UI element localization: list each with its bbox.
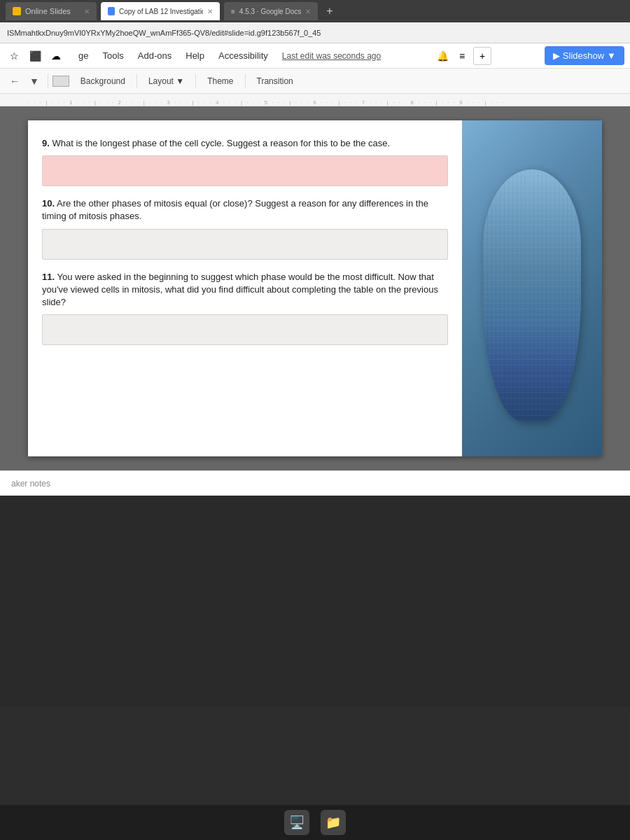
menu-bar: ☆ ⬛ ☁ ge Tools Add-ons Help Accessibilit… <box>0 43 630 69</box>
add-icon[interactable]: + <box>473 47 491 65</box>
browser-chrome: Online Slides ✕ Copy of LAB 12 Investiga… <box>0 0 630 22</box>
toolbar-separator-2 <box>136 74 137 88</box>
comments-icon[interactable]: ≡ <box>454 48 470 64</box>
question-10-text: 10. Are the other phases of mitosis equa… <box>42 197 448 223</box>
down-arrow[interactable]: ▼ <box>25 74 43 88</box>
tab-slides-icon <box>13 7 21 15</box>
background-button[interactable]: Background <box>74 74 132 89</box>
tab-docs-label: 4.5.3 · Google Docs <box>239 8 301 15</box>
toolbar-separator-1 <box>48 74 48 88</box>
cloud-icon[interactable]: ☁ <box>48 48 64 64</box>
menu-item-tools[interactable]: Tools <box>97 48 129 64</box>
theme-button[interactable]: Theme <box>200 74 240 89</box>
folder-icon: 📁 <box>326 815 341 830</box>
tab-lab-label: Copy of LAB 12 Investigation: Mi <box>119 8 203 15</box>
question-11: 11. You were asked in the beginning to s… <box>42 271 448 346</box>
toolbar: ← ▼ Background Layout ▼ Theme Transition <box>0 69 630 94</box>
answer-box-11[interactable] <box>42 314 448 345</box>
slideshow-label: Slideshow <box>563 50 604 61</box>
layout-arrow-icon: ▼ <box>176 76 184 86</box>
speaker-notes-label: aker notes <box>11 479 50 489</box>
tab-lab-icon <box>108 7 115 15</box>
taskbar: 🖥️ 📁 <box>0 805 630 840</box>
ruler-content: · · · | · · · 1 · · · | · · · 2 · · · | … <box>21 99 505 106</box>
tab-lab-close[interactable]: ✕ <box>207 8 213 15</box>
slideshow-play-icon: ▶ <box>553 50 560 61</box>
menu-item-ge[interactable]: ge <box>73 48 94 64</box>
tab-slides-close[interactable]: ✕ <box>84 8 90 15</box>
layout-label: Layout <box>148 76 174 86</box>
slideshow-button[interactable]: ▶ Slideshow ▼ <box>545 46 624 65</box>
speaker-notes[interactable]: aker notes <box>0 470 630 496</box>
toolbar-separator-4 <box>245 74 246 88</box>
menu-item-help[interactable]: Help <box>180 48 210 64</box>
taskbar-icon-1[interactable]: 🖥️ <box>284 810 309 835</box>
address-text: ISMmahtkxDnuy9mVI0YRxYMy2hoeQW_wnAmFf365… <box>7 29 321 37</box>
tab-docs[interactable]: ≡ 4.5.3 · Google Docs ✕ <box>224 2 318 20</box>
new-tab-button[interactable]: + <box>322 5 337 18</box>
taskbar-icon-2[interactable]: 📁 <box>321 810 346 835</box>
slideshow-arrow-icon: ▼ <box>607 50 616 61</box>
question-9: 9. What is the longest phase of the cell… <box>42 137 448 186</box>
slide-canvas: 9. What is the longest phase of the cell… <box>28 120 602 456</box>
slide-thumbnail <box>52 76 69 87</box>
cell-shape <box>483 169 581 421</box>
notification-icon[interactable]: 🔔 <box>434 48 451 64</box>
tab-slides-label: Online Slides <box>25 7 71 15</box>
cell-image <box>462 120 602 456</box>
ruler-marks: · · · | · · · 1 · · · | · · · 2 · · · | … <box>21 94 630 106</box>
star-icon[interactable]: ☆ <box>6 48 22 64</box>
slide-left: 9. What is the longest phase of the cell… <box>28 120 462 456</box>
slide-right <box>462 120 602 456</box>
tab-docs-icon: ≡ <box>231 8 235 15</box>
question-10: 10. Are the other phases of mitosis equa… <box>42 197 448 259</box>
last-edit-text: Last edit was seconds ago <box>282 51 381 61</box>
tab-lab[interactable]: Copy of LAB 12 Investigation: Mi ✕ <box>101 2 220 20</box>
toolbar-separator-3 <box>195 74 196 88</box>
ruler: · · · | · · · 1 · · · | · · · 2 · · · | … <box>0 94 630 106</box>
layout-button[interactable]: Layout ▼ <box>141 74 191 89</box>
address-bar: ISMmahtkxDnuy9mVI0YRxYMy2hoeQW_wnAmFf365… <box>0 22 630 43</box>
menu-item-accessibility[interactable]: Accessibility <box>213 48 274 64</box>
menu-icons: ☆ ⬛ ☁ <box>6 48 64 64</box>
bottom-area <box>0 496 630 707</box>
answer-box-10[interactable] <box>42 229 448 260</box>
monitor-icon: 🖥️ <box>289 815 304 830</box>
back-arrow[interactable]: ← <box>6 74 24 88</box>
tab-docs-close[interactable]: ✕ <box>305 8 311 15</box>
tab-slides[interactable]: Online Slides ✕ <box>6 2 97 20</box>
menu-item-addons[interactable]: Add-ons <box>132 48 177 64</box>
history-icon[interactable]: ⬛ <box>27 48 43 64</box>
question-9-text: 9. What is the longest phase of the cell… <box>42 137 448 150</box>
answer-box-9[interactable] <box>42 155 448 186</box>
slides-app: ☆ ⬛ ☁ ge Tools Add-ons Help Accessibilit… <box>0 43 630 496</box>
question-11-text: 11. You were asked in the beginning to s… <box>42 271 448 309</box>
slide-area: 9. What is the longest phase of the cell… <box>0 106 630 470</box>
transition-button[interactable]: Transition <box>250 74 300 89</box>
